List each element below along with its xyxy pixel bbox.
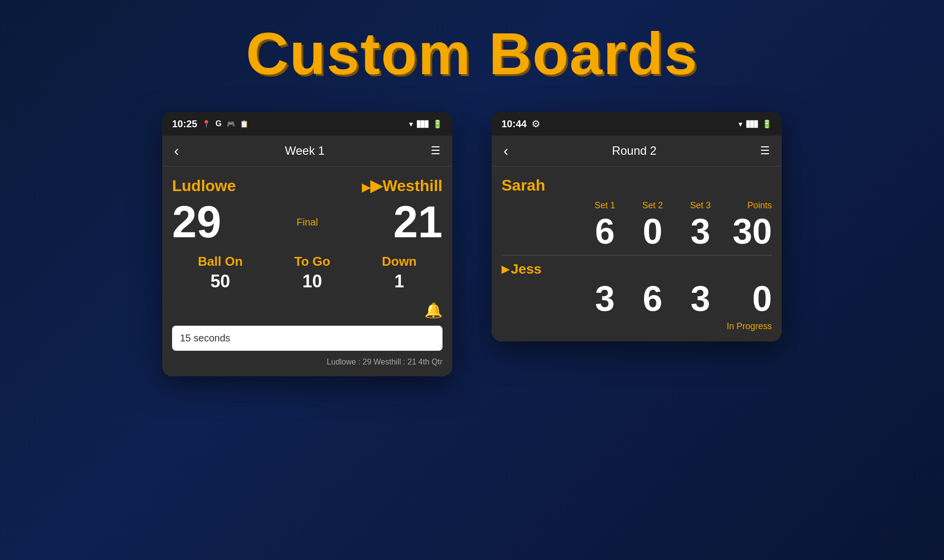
stat-to-go-label: To Go: [295, 254, 330, 269]
player1-points-score: 30: [724, 214, 772, 249]
score-label: Final: [296, 217, 318, 228]
stat-to-go-value: 10: [302, 271, 322, 292]
team-right-name: ▶▶Westhill: [362, 176, 442, 195]
google-icon: G: [215, 119, 221, 128]
phones-container: 10:25 📍 G 🎮 📋 ▾ ▊▊▊ 🔋 ‹ Week 1 ☰ Ludlowe: [162, 112, 782, 376]
score-center: Final: [296, 217, 318, 228]
notification-row: 🔔: [172, 302, 442, 319]
stats-row: Ball On 50 To Go 10 Down 1: [172, 254, 442, 292]
status-bar-right: 10:44 ⚙ ▾ ▊▊▊ 🔋: [492, 112, 782, 136]
stat-ball-on-value: 50: [210, 271, 230, 292]
signal-icon-right: ▊▊▊: [746, 120, 758, 128]
player2-set2-score: 6: [629, 281, 677, 316]
header-set2: Set 2: [629, 200, 677, 211]
player2-points-score: 0: [724, 281, 772, 316]
player1-name: Sarah: [502, 176, 772, 195]
in-progress-label: In Progress: [502, 321, 772, 332]
player1-set3-score: 3: [677, 214, 724, 249]
back-button-left[interactable]: ‹: [174, 142, 179, 159]
teams-row: Ludlowe ▶▶Westhill: [172, 176, 442, 195]
score-headers: Set 1 Set 2 Set 3 Points: [502, 200, 772, 211]
menu-button-right[interactable]: ☰: [760, 144, 770, 157]
status-time-left: 10:25: [172, 118, 197, 130]
play-triangle-right: ▶: [502, 263, 510, 276]
divider: [502, 255, 772, 255]
player1-set1-score: 6: [581, 214, 629, 249]
battery-icon-right: 🔋: [762, 119, 772, 129]
game-status-text: Ludlowe : 29 Westhill : 21 4th Qtr: [172, 358, 442, 366]
stat-ball-on-label: Ball On: [198, 254, 243, 269]
status-icons-right-left: ▾ ▊▊▊ 🔋: [409, 119, 442, 129]
timer-input[interactable]: 15 seconds: [172, 326, 442, 351]
status-icons-left-right: 10:44 ⚙: [502, 118, 540, 130]
phone-content-right: Sarah Set 1 Set 2 Set 3 Points 6 0 3 30 …: [492, 167, 782, 341]
status-bar-left: 10:25 📍 G 🎮 📋 ▾ ▊▊▊ 🔋: [162, 112, 452, 136]
nav-bar-left: ‹ Week 1 ☰: [162, 136, 452, 167]
score-section: 29 Final 21: [172, 200, 442, 244]
play-triangle-left: ▶: [362, 181, 370, 194]
game-icon: 🎮: [227, 120, 235, 128]
stat-down-value: 1: [394, 271, 404, 292]
stat-down-label: Down: [382, 254, 417, 269]
player2-name: Jess: [511, 261, 541, 277]
phone-right: 10:44 ⚙ ▾ ▊▊▊ 🔋 ‹ Round 2 ☰ Sarah Set 1 …: [492, 112, 782, 341]
status-time-right: 10:44: [502, 118, 527, 130]
player2-set3-score: 3: [677, 281, 724, 316]
battery-icon-left: 🔋: [433, 119, 442, 129]
wifi-icon-right: ▾: [738, 119, 742, 129]
back-button-right[interactable]: ‹: [503, 142, 508, 159]
page-title: Custom Boards: [246, 20, 698, 87]
stat-ball-on: Ball On 50: [198, 254, 243, 292]
status-icons-right-right: ▾ ▊▊▊ 🔋: [738, 119, 772, 129]
file-icon: 📋: [240, 120, 248, 128]
bell-icon: 🔔: [424, 302, 442, 319]
score-left: 29: [172, 200, 221, 244]
gear-icon: ⚙: [531, 118, 540, 130]
menu-button-left[interactable]: ☰: [431, 144, 441, 157]
team-left-name: Ludlowe: [172, 177, 236, 195]
nav-bar-right: ‹ Round 2 ☰: [492, 136, 782, 167]
stat-to-go: To Go 10: [295, 254, 330, 292]
status-icons-left: 10:25 📍 G 🎮 📋: [172, 118, 248, 130]
nav-title-right: Round 2: [612, 144, 657, 158]
signal-icon-left: ▊▊▊: [417, 120, 429, 128]
player2-scores: 3 6 3 0: [502, 281, 772, 316]
nav-title-left: Week 1: [285, 144, 325, 158]
player2-set1-score: 3: [581, 281, 629, 316]
header-points: Points: [724, 200, 772, 211]
stat-down: Down 1: [382, 254, 417, 292]
score-right: 21: [393, 200, 442, 244]
header-set1: Set 1: [581, 200, 629, 211]
player2-name-row: ▶ Jess: [502, 261, 772, 277]
player1-set2-score: 0: [629, 214, 677, 249]
header-set3: Set 3: [677, 200, 724, 211]
player1-scores: 6 0 3 30: [502, 214, 772, 249]
phone-left: 10:25 📍 G 🎮 📋 ▾ ▊▊▊ 🔋 ‹ Week 1 ☰ Ludlowe: [162, 112, 452, 376]
phone-content-left: Ludlowe ▶▶Westhill 29 Final 21 Ball On 5…: [162, 167, 452, 376]
wifi-icon-left: ▾: [409, 119, 413, 129]
location-icon: 📍: [202, 120, 210, 128]
